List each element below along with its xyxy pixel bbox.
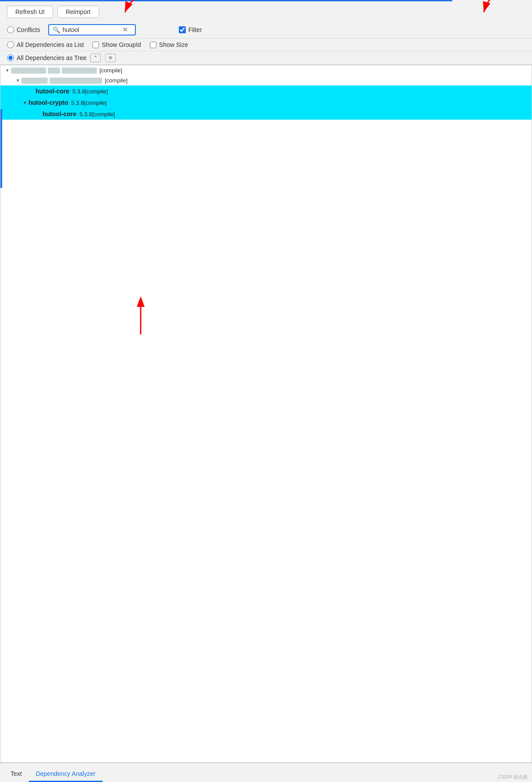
tree-row[interactable]: hutool-core : 5.3.8 [compile] xyxy=(0,85,532,97)
tab-dependency-analyzer[interactable]: Dependency Analyzer xyxy=(29,767,103,782)
tree-row[interactable]: ▾ hutool-crypto : 5.3.8 [compile] xyxy=(0,97,532,108)
search-icon: 🔍 xyxy=(53,26,60,33)
all-dep-tree-text: All Dependencies as Tree xyxy=(17,54,87,61)
filter-label[interactable]: Filter xyxy=(179,26,202,33)
dep-scope: [compile] xyxy=(92,111,115,117)
blurred-text-4 xyxy=(21,78,48,84)
dep-version: : 5.3.8 xyxy=(76,111,92,117)
conflicts-label-text: Conflicts xyxy=(17,26,40,33)
reimport-button[interactable]: Reimport xyxy=(57,6,99,18)
show-groupid-text: Show GroupId xyxy=(102,41,141,48)
all-dep-tree-radio-label[interactable]: All Dependencies as Tree xyxy=(7,54,87,61)
search-clear-icon[interactable]: ✕ xyxy=(122,26,128,33)
all-dep-list-text: All Dependencies as List xyxy=(17,41,84,48)
arrow-to-search xyxy=(101,0,153,17)
blurred-text-2 xyxy=(48,68,60,74)
search-input[interactable] xyxy=(63,26,120,33)
all-dep-list-radio-label[interactable]: All Dependencies as List xyxy=(7,41,84,48)
dep-version: : 5.3.8 xyxy=(69,88,85,95)
show-groupid-label[interactable]: Show GroupId xyxy=(92,41,141,48)
show-groupid-checkbox[interactable] xyxy=(92,42,99,48)
sort-desc-button[interactable]: ✕ xyxy=(105,53,116,62)
blurred-text-3 xyxy=(62,68,97,74)
dep-name: hutool-crypto xyxy=(28,99,68,106)
show-size-checkbox[interactable] xyxy=(150,42,156,48)
arrow-to-bottom xyxy=(123,295,158,339)
show-size-label[interactable]: Show Size xyxy=(150,41,188,48)
filter-label-text: Filter xyxy=(188,26,202,33)
csdn-watermark: CSDN @达坂 xyxy=(498,774,528,780)
blurred-text-1 xyxy=(11,68,46,74)
tree-row[interactable]: hutool-core : 5.3.8 [compile] xyxy=(0,108,532,120)
bottom-tabs: Text Dependency Analyzer CSDN @达坂 xyxy=(0,763,532,782)
all-dep-tree-radio[interactable] xyxy=(7,54,14,61)
toggle-icon[interactable]: ▾ xyxy=(4,68,11,73)
tree-row: ▾ [compile] xyxy=(0,75,532,85)
scope-text: [compile] xyxy=(105,77,128,84)
dep-version: : 5.3.8 xyxy=(68,100,84,106)
tree-row: ▾ [compile] xyxy=(0,65,532,75)
conflicts-radio-label[interactable]: Conflicts xyxy=(7,26,40,33)
refresh-ui-button[interactable]: Refresh UI xyxy=(7,6,53,18)
dep-name: hutool-core xyxy=(35,88,69,95)
conflicts-radio[interactable] xyxy=(7,26,14,33)
filter-checkbox[interactable] xyxy=(179,26,186,33)
dep-scope: [compile] xyxy=(85,88,108,95)
dep-name: hutool-core xyxy=(43,110,76,117)
scope-text: [compile] xyxy=(99,67,122,74)
arrow-to-filter xyxy=(462,0,514,17)
tab-text[interactable]: Text xyxy=(4,767,29,782)
toggle-icon[interactable]: ▾ xyxy=(14,78,21,83)
show-size-text: Show Size xyxy=(159,41,188,48)
search-box: 🔍 ✕ xyxy=(48,24,136,36)
tree-panel: ▾ [compile] ▾ [compile] hutool-core : 5.… xyxy=(0,65,532,763)
sort-asc-button[interactable]: ⌃ xyxy=(90,53,101,62)
blurred-text-5 xyxy=(50,78,102,84)
dep-scope: [compile] xyxy=(84,100,106,106)
all-dep-list-radio[interactable] xyxy=(7,41,14,48)
toggle-icon[interactable]: ▾ xyxy=(21,100,28,106)
